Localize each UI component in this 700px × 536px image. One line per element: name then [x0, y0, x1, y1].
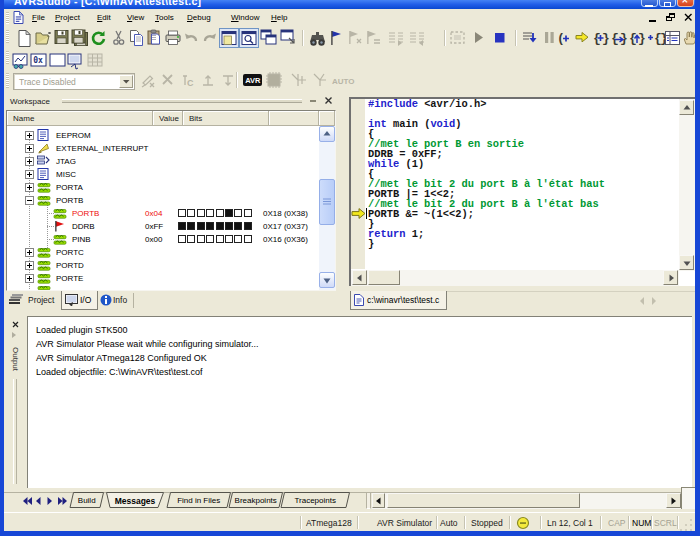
- svg-text:Messages: Messages: [115, 496, 156, 506]
- svg-text:Tracepoints: Tracepoints: [294, 496, 336, 505]
- svg-text:{: {: [629, 31, 637, 46]
- svg-text:Build: Build: [78, 496, 96, 505]
- svg-text:AVR: AVR: [245, 76, 261, 85]
- svg-text:C: C: [187, 78, 194, 88]
- svg-text:Breakpoints: Breakpoints: [235, 496, 277, 505]
- svg-text:Find in Files: Find in Files: [177, 496, 220, 505]
- svg-text:0x: 0x: [33, 56, 43, 65]
- svg-text:AUTO: AUTO: [332, 77, 355, 86]
- svg-text:{: {: [611, 31, 619, 46]
